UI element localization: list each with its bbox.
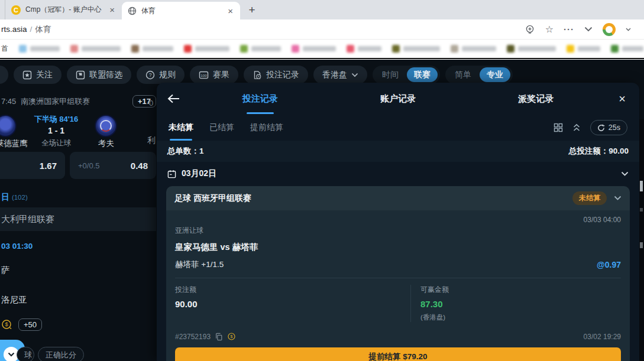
today-section-label[interactable]: 日 (102) — [1, 192, 28, 203]
profile-avatar[interactable] — [603, 23, 616, 36]
bookmark-item[interactable] — [611, 45, 643, 53]
modal-header: 投注记录 账户记录 派奖记录 × — [157, 83, 639, 115]
clipped-text-fragment: 0 — [149, 99, 153, 108]
home-team-name: 莱德蓝鹰 — [0, 138, 28, 149]
tab-payout-records[interactable]: 派奖记录 — [467, 84, 605, 114]
tab-bet-records[interactable]: 投注记录 — [191, 84, 329, 114]
odds-value: 0.48 — [131, 161, 148, 171]
cashout-button[interactable]: 提前结算 $79.20 — [175, 347, 621, 361]
odds-type-note: (香港盘) — [420, 313, 621, 322]
odds-type-select[interactable]: 香港盘 — [313, 66, 367, 84]
url-host: rts.asia — [1, 25, 27, 34]
upcoming-match-time: 03 01:30 — [1, 242, 33, 251]
league-filter-button[interactable]: 联盟筛选 — [67, 66, 131, 84]
grid-view-icon[interactable] — [554, 123, 563, 132]
match-period: 下半场 84'16 — [0, 114, 112, 125]
browser-tab-strip: C Cmp（冠军）- 账户中心 × 体育 × + — [0, 0, 644, 19]
results-button[interactable]: 100 赛果 — [190, 66, 238, 84]
cmp-favicon: C — [11, 5, 21, 15]
svg-text:100: 100 — [200, 73, 207, 77]
bookmark-item[interactable] — [347, 45, 381, 53]
bookmark-item[interactable] — [567, 45, 600, 53]
win-label: 可赢金额 — [420, 285, 621, 295]
toggle-simple[interactable]: 简单 — [448, 70, 478, 80]
bookmark-item[interactable] — [70, 45, 121, 53]
plus-markets-badge[interactable]: +50 — [18, 318, 42, 331]
bet-card-header[interactable]: 足球 西班牙甲组联赛 未结算 — [166, 186, 630, 210]
status-filter-bar: 未结算 已结算 提前结算 25s — [157, 115, 639, 141]
toggle-pro[interactable]: 专业 — [480, 67, 510, 82]
nav-stub-button[interactable] — [0, 66, 8, 84]
date-group-row[interactable]: 03月02日 — [157, 162, 639, 186]
back-arrow-icon[interactable] — [157, 94, 191, 103]
coin-icon: $ — [1, 319, 12, 330]
subtab-settled[interactable]: 已结算 — [209, 115, 234, 141]
collapse-all-icon[interactable] — [572, 123, 581, 132]
page-insights-icon[interactable] — [525, 24, 535, 35]
bookmark-item[interactable] — [19, 45, 60, 53]
market-pill-fragment[interactable]: 球 — [17, 347, 34, 361]
bet-id: #23752193 — [175, 333, 211, 341]
more-options-icon[interactable]: ··· — [564, 24, 574, 34]
new-tab-button[interactable]: + — [244, 2, 260, 18]
bet-records-button[interactable]: 投注记录 — [244, 66, 308, 84]
sort-toggle: 时间 联赛 — [373, 66, 440, 84]
bookmark-item[interactable] — [131, 45, 173, 53]
subtab-unsettled[interactable]: 未结算 — [169, 115, 193, 141]
bookmark-star-icon[interactable]: ☆ — [545, 24, 554, 35]
league-section-label: 大利甲组联赛 — [1, 214, 54, 225]
toggle-time[interactable]: 时间 — [375, 70, 406, 80]
browser-tab-sports[interactable]: 体育 × — [122, 2, 240, 19]
status-badge: 未结算 — [572, 191, 607, 205]
odds-value: 1.67 — [40, 161, 57, 171]
chevron-down-icon[interactable] — [584, 27, 593, 32]
bookmark-item[interactable] — [292, 45, 336, 53]
address-bar[interactable]: rts.asia/体育 ☆ ··· — [0, 19, 644, 40]
refresh-icon — [597, 124, 605, 132]
upcoming-away-team: 洛尼亚 — [1, 294, 27, 305]
bookmark-item[interactable] — [184, 45, 229, 53]
copy-icon[interactable] — [215, 333, 223, 341]
sportsbook-page: 关注 联盟筛选 ? 规则 100 赛果 投注记录 香港盘 — [0, 60, 644, 361]
clipped-text-fragment: 利 — [147, 135, 156, 146]
bookmark-item[interactable] — [392, 45, 440, 53]
league-section-row[interactable]: 大利甲组联赛 — [0, 207, 156, 231]
odds-button-home[interactable]: 5 1.67 — [0, 152, 65, 179]
bookmark-item[interactable] — [240, 45, 281, 53]
results-label: 赛果 — [213, 70, 229, 80]
subtab-early-settled[interactable]: 提前结算 — [250, 115, 283, 141]
globe-favicon — [128, 6, 137, 15]
svg-text:$: $ — [5, 321, 8, 327]
browser-tab-account[interactable]: C Cmp（冠军）- 账户中心 × — [5, 0, 122, 19]
bookmark-text-fragment[interactable]: 首 — [1, 44, 8, 54]
chevron-down-icon[interactable] — [614, 196, 622, 201]
bet-selection: 赫塔菲 +1/1.5 — [175, 259, 224, 270]
bookmark-item[interactable] — [451, 45, 496, 53]
tab-account-records[interactable]: 账户记录 — [329, 84, 467, 114]
follow-button[interactable]: 关注 — [14, 66, 62, 84]
bookmark-item[interactable] — [507, 45, 556, 53]
cashout-available-row: $ +50 — [1, 318, 42, 331]
url-text[interactable]: rts.asia/体育 — [1, 24, 51, 35]
cashout-coin-icon[interactable]: $ — [227, 332, 236, 341]
win-value: 87.30 — [420, 299, 621, 309]
tab-close-icon[interactable]: × — [108, 5, 116, 14]
bet-card: 足球 西班牙甲组联赛 未结算 03/03 04:00 亚洲让球 皇家马德里 vs… — [166, 186, 630, 361]
close-icon[interactable]: × — [605, 92, 639, 106]
bet-match: 皇家马德里 vs 赫塔菲 — [175, 242, 621, 253]
tab-close-icon[interactable]: × — [226, 6, 234, 15]
chevron-down-icon[interactable] — [621, 171, 629, 177]
rules-button[interactable]: ? 规则 — [137, 66, 185, 84]
win-column: 可赢金额 87.30 (香港盘) — [410, 285, 621, 322]
match-time: 7:45 — [1, 97, 16, 106]
right-edge-strip — [639, 119, 644, 361]
refresh-timer-button[interactable]: 25s — [590, 120, 627, 135]
url-separator: / — [30, 25, 33, 34]
odds-button-away[interactable]: +0/0.5 0.48 — [70, 152, 156, 179]
toggle-league[interactable]: 联赛 — [407, 67, 438, 82]
profile-caret-icon[interactable] — [626, 28, 631, 31]
correct-score-pill[interactable]: 正确比分 — [38, 347, 84, 361]
sports-nav-bar: 关注 联盟筛选 ? 规则 100 赛果 投注记录 香港盘 — [0, 66, 513, 84]
bet-league: 足球 西班牙甲组联赛 — [174, 193, 251, 204]
league-filter-label: 联盟筛选 — [89, 70, 122, 80]
